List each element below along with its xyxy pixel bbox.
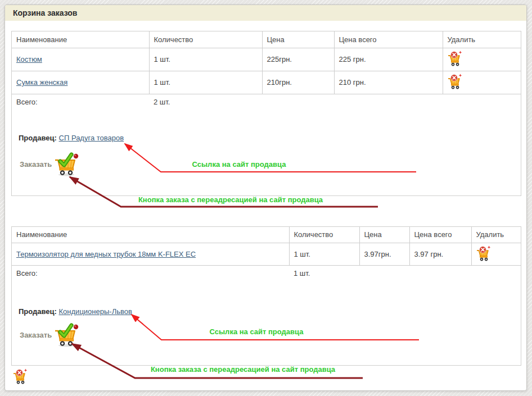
order-button-label: Заказать <box>20 160 52 169</box>
total-label: Всего: <box>12 94 149 110</box>
seller-site-link[interactable]: СП Радуга товаров <box>59 134 124 142</box>
col-header-quantity: Количество <box>289 227 359 243</box>
cart-table-2: Наименование Количество Цена Цена всего … <box>12 227 521 281</box>
cart-order-check-icon <box>53 322 79 347</box>
item-delete-cell <box>471 243 521 265</box>
item-name-cell: Костюм <box>12 48 149 71</box>
item-delete-cell <box>443 71 521 94</box>
item-name-cell: Сумка женская <box>12 71 149 94</box>
item-price-cell: 210грн. <box>262 71 334 94</box>
seller-site-link[interactable]: Кондиционеры-Львов <box>59 307 132 316</box>
item-total-cell: 225 грн. <box>334 48 443 71</box>
cart-remove-icon <box>448 51 462 66</box>
order-button[interactable]: Заказать <box>20 322 79 347</box>
total-label: Всего: <box>12 265 289 281</box>
page-title: Корзина заказов <box>5 5 526 21</box>
annotation-seller-link-2: Ссылка на сайт продавца <box>210 327 304 336</box>
seller-label: Продавец: <box>19 307 57 316</box>
col-header-name: Наименование <box>12 227 289 243</box>
col-header-name: Наименование <box>12 31 149 48</box>
table-row: Термоизолятор для медных трубок 18мм K-F… <box>12 243 521 265</box>
item-price-cell: 3.97грн. <box>359 243 409 265</box>
table-header-row: Наименование Количество Цена Цена всего … <box>12 31 521 48</box>
total-qty: 1 шт. <box>289 265 359 281</box>
item-total-cell: 210 грн. <box>334 71 443 94</box>
table-header-row: Наименование Количество Цена Цена всего … <box>12 227 521 243</box>
order-button-label: Заказать <box>20 331 52 339</box>
cart-order-check-icon <box>53 152 79 176</box>
col-header-delete: Удалить <box>471 227 521 243</box>
item-name-cell: Термоизолятор для медных трубок 18мм K-F… <box>12 243 289 265</box>
seller-section-1: Наименование Количество Цена Цена всего … <box>11 31 521 196</box>
cart-table-1: Наименование Количество Цена Цена всего … <box>12 31 521 110</box>
col-header-total: Цена всего <box>334 31 443 48</box>
delete-cart-button[interactable] <box>13 368 28 384</box>
total-row: Всего: 1 шт. <box>12 265 521 281</box>
table-row: Сумка женская 1 шт. 210грн. 210 грн. <box>12 71 521 94</box>
item-qty-cell: 1 шт. <box>289 243 359 265</box>
item-qty-cell: 1 шт. <box>149 48 262 71</box>
item-link[interactable]: Костюм <box>16 55 42 63</box>
seller-label: Продавец: <box>19 134 57 142</box>
table-row: Костюм 1 шт. 225грн. 225 грн. <box>12 48 521 71</box>
total-qty: 2 шт. <box>149 94 262 110</box>
cart-page: Корзина заказов Наименование Количество … <box>0 0 532 396</box>
col-header-price: Цена <box>262 31 334 48</box>
item-total-cell: 3.97 грн. <box>409 243 471 265</box>
annotation-order-button-1: Кнопка заказа с переадресацией на сайт п… <box>138 195 323 204</box>
delete-item-button[interactable] <box>448 74 462 89</box>
col-header-total: Цена всего <box>409 227 471 243</box>
delete-item-button[interactable] <box>476 245 491 261</box>
total-row: Всего: 2 шт. <box>12 94 521 110</box>
annotation-seller-link-1: Ссылка на сайт продавца <box>192 160 286 169</box>
item-link[interactable]: Сумка женская <box>16 78 67 87</box>
seller-line: Продавец: Кондиционеры-Львов <box>19 307 132 316</box>
annotation-order-button-2: Кнопка заказа с переадресацией на сайт п… <box>151 365 335 374</box>
item-qty-cell: 1 шт. <box>149 71 262 94</box>
col-header-delete: Удалить <box>443 31 521 48</box>
item-delete-cell <box>443 48 521 71</box>
seller-line: Продавец: СП Радуга товаров <box>19 134 124 142</box>
order-button[interactable]: Заказать <box>20 152 79 176</box>
cart-remove-icon <box>13 368 28 384</box>
item-price-cell: 225грн. <box>262 48 334 71</box>
cart-remove-icon <box>476 245 491 261</box>
item-link[interactable]: Термоизолятор для медных трубок 18мм K-F… <box>16 250 196 258</box>
seller-section-2: Наименование Количество Цена Цена всего … <box>11 226 521 366</box>
cart-remove-icon <box>448 74 462 89</box>
delete-item-button[interactable] <box>448 51 462 66</box>
col-header-price: Цена <box>359 227 409 243</box>
col-header-quantity: Количество <box>149 31 262 48</box>
